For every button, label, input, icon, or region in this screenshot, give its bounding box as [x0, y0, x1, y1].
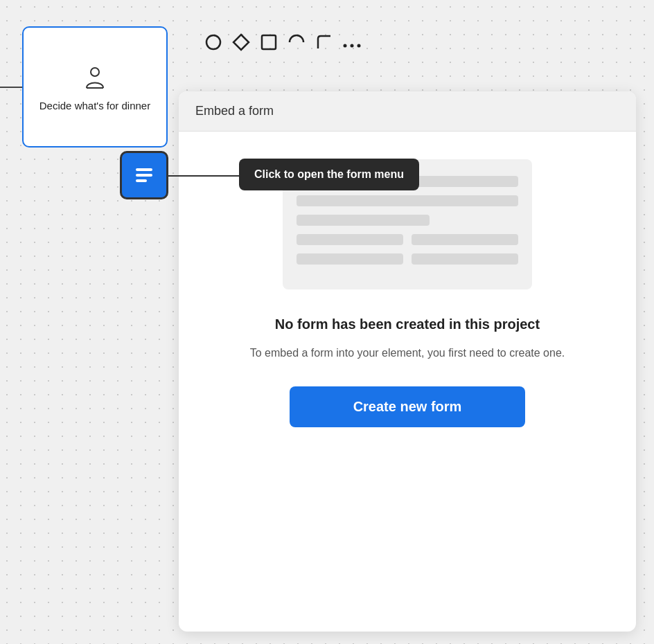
flow-node[interactable]: Decide what's for dinner [22, 26, 168, 147]
svg-rect-10 [136, 179, 147, 182]
toolbar-icons [204, 33, 361, 55]
preview-two-col-2 [297, 253, 518, 265]
svg-rect-8 [136, 168, 152, 171]
no-form-description: To embed a form into your element, you f… [250, 345, 565, 361]
flow-node-label: Decide what's for dinner [39, 99, 150, 113]
square-icon[interactable] [260, 33, 278, 55]
tooltip-bubble: Click to open the form menu [239, 159, 419, 190]
panel-title: Embed a form [195, 104, 619, 118]
no-form-title: No form has been created in this project [275, 314, 540, 334]
corner-icon[interactable] [315, 33, 333, 55]
form-icon-node[interactable] [120, 151, 168, 199]
preview-row-3 [297, 215, 430, 226]
svg-point-3 [344, 44, 347, 48]
connector-line [168, 175, 248, 177]
preview-col-1a [297, 234, 403, 245]
person-icon [80, 62, 110, 92]
preview-col-2b [412, 253, 518, 265]
arc-icon[interactable] [288, 33, 306, 55]
svg-point-6 [91, 68, 99, 76]
tooltip-text: Click to open the form menu [254, 168, 404, 180]
preview-col-2a [297, 253, 403, 265]
more-icon[interactable] [343, 35, 361, 53]
svg-marker-1 [233, 35, 249, 50]
diamond-icon[interactable] [232, 33, 250, 55]
create-new-form-button[interactable]: Create new form [290, 386, 525, 427]
svg-point-4 [351, 44, 354, 48]
circle-icon[interactable] [204, 33, 222, 55]
svg-rect-2 [262, 35, 276, 49]
preview-two-col-1 [297, 234, 518, 245]
arrow-line [0, 87, 22, 88]
svg-point-0 [206, 35, 220, 49]
preview-col-1b [412, 234, 518, 245]
preview-row-2 [297, 195, 518, 206]
svg-rect-9 [136, 174, 152, 177]
svg-point-5 [357, 44, 361, 48]
panel-header: Embed a form [179, 91, 636, 132]
